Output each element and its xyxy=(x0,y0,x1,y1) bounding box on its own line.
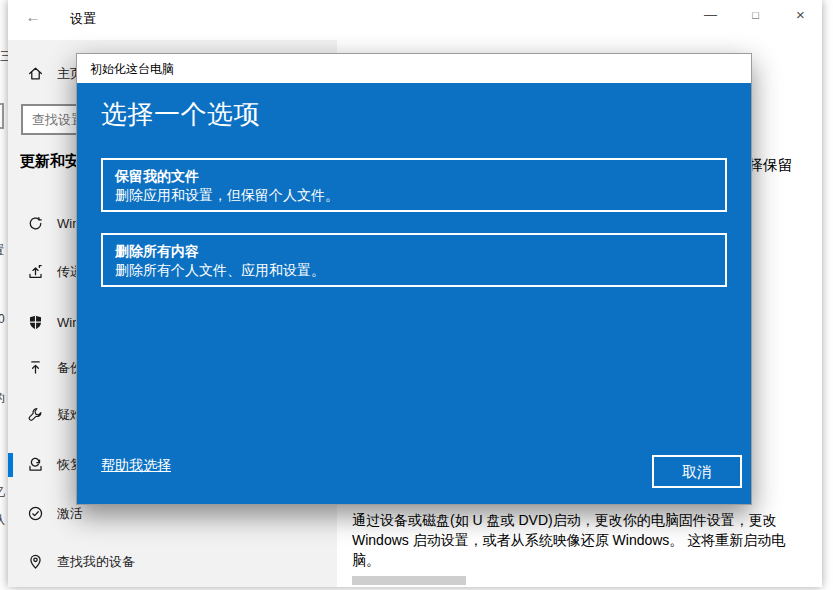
backup-icon xyxy=(27,359,45,377)
delivery-optimization-icon xyxy=(27,263,45,281)
home-icon xyxy=(27,65,45,83)
recovery-icon xyxy=(27,456,45,474)
close-button[interactable]: × xyxy=(778,0,823,30)
screenshot-stage: 三 置 0 的 忆 从 ← 设置 — □ × xyxy=(0,0,833,590)
reset-pc-dialog: 初始化这台电脑 选择一个选项 保留我的文件 删除应用和设置，但保留个人文件。 删… xyxy=(76,53,752,505)
background-text-fragment: 三 xyxy=(0,48,8,65)
window-title: 设置 xyxy=(70,10,96,28)
background-box-fragment xyxy=(0,103,4,129)
close-icon: × xyxy=(796,6,805,23)
background-text-fragment: 0 xyxy=(0,312,5,326)
sidebar-item-label: 激活 xyxy=(57,505,83,523)
option-remove-everything[interactable]: 删除所有内容 删除所有个人文件、应用和设置。 xyxy=(101,233,727,287)
back-arrow-icon: ← xyxy=(26,8,41,25)
dialog-heading: 选择一个选项 xyxy=(101,97,260,132)
sidebar-item-label: 查找我的设备 xyxy=(57,553,135,571)
selected-item-indicator xyxy=(8,453,13,477)
dialog-title: 初始化这台电脑 xyxy=(90,61,174,78)
option-keep-my-files[interactable]: 保留我的文件 删除应用和设置，但保留个人文件。 xyxy=(101,158,727,212)
settings-titlebar: ← 设置 — □ × xyxy=(8,0,822,40)
background-text-fragment: 忆 xyxy=(0,484,5,501)
option-title: 保留我的文件 xyxy=(115,167,713,185)
find-my-device-icon xyxy=(27,553,45,571)
troubleshoot-icon xyxy=(27,406,45,424)
background-window-sliver: 三 置 0 的 忆 从 xyxy=(0,0,8,590)
activation-icon xyxy=(27,505,45,523)
background-text-fragment: 的 xyxy=(0,390,5,407)
maximize-button[interactable]: □ xyxy=(733,0,778,30)
option-title: 删除所有内容 xyxy=(115,242,713,260)
cancel-button[interactable]: 取消 xyxy=(652,455,742,488)
minimize-icon: — xyxy=(704,7,717,22)
windows-security-icon xyxy=(27,314,45,332)
back-button[interactable]: ← xyxy=(16,4,50,30)
minimize-button[interactable]: — xyxy=(688,0,733,30)
maximize-icon: □ xyxy=(752,9,759,21)
sidebar-item-find-my-device[interactable]: 查找我的设备 xyxy=(8,544,337,580)
option-description: 删除所有个人文件、应用和设置。 xyxy=(115,260,713,280)
windows-update-icon xyxy=(27,215,45,233)
recovery-page-clipped-text: 择保留 xyxy=(748,156,793,175)
help-me-choose-link[interactable]: 帮助我选择 xyxy=(101,457,171,475)
advanced-startup-description: 通过设备或磁盘(如 U 盘或 DVD)启动，更改你的电脑固件设置，更改 Wind… xyxy=(352,510,808,570)
background-text-fragment: 从 xyxy=(0,512,5,529)
restart-now-button-partial[interactable] xyxy=(352,576,466,585)
option-description: 删除应用和设置，但保留个人文件。 xyxy=(115,185,713,205)
dialog-titlebar: 初始化这台电脑 xyxy=(77,54,751,83)
background-text-fragment: 置 xyxy=(0,242,4,259)
dialog-body: 选择一个选项 保留我的文件 删除应用和设置，但保留个人文件。 删除所有内容 删除… xyxy=(77,83,751,506)
